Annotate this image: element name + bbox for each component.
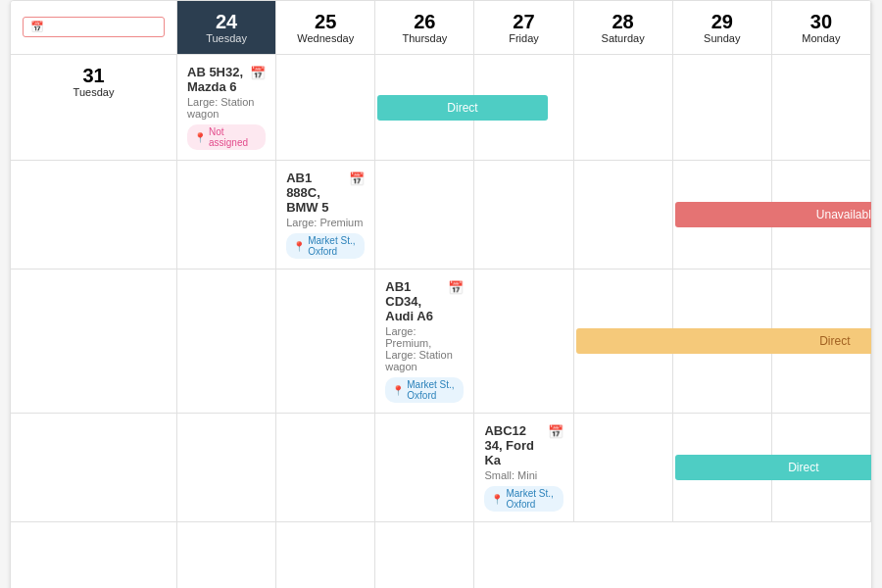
vehicle-2-day-6	[276, 414, 375, 522]
location-badge[interactable]: 📍 Not assigned	[187, 124, 266, 150]
day-number: 28	[578, 11, 668, 32]
vehicle-2-day-0	[474, 270, 573, 414]
vehicle-1-day-6	[177, 270, 276, 414]
vehicle-info-2: AB1 CD34, Audi A6 📅 Large: Premium, Larg…	[375, 270, 474, 414]
calendar-icon[interactable]: 📅	[349, 172, 365, 186]
day-name: Wednesday	[280, 32, 370, 44]
vehicle-type: Large: Station wagon	[187, 96, 266, 120]
location-text: Not assigned	[209, 126, 259, 148]
vehicle-0-day-6	[11, 161, 177, 270]
vehicle-name: AB 5H32, Mazda 6	[187, 65, 246, 94]
vehicle-2-day-7	[375, 414, 474, 522]
header-day-24[interactable]: 24Tuesday	[177, 1, 276, 55]
vehicle-1-day-2	[574, 161, 673, 270]
header-day-25[interactable]: 25Wednesday	[276, 1, 375, 55]
location-badge[interactable]: 📍 Market St., Oxford	[286, 233, 365, 259]
day-number: 27	[478, 11, 568, 32]
vehicle-0-day-4	[673, 55, 772, 161]
event-bar-2[interactable]: Direct	[576, 328, 872, 354]
vehicle-3-day-4	[177, 522, 276, 588]
vehicle-type: Large: Premium, Large: Station wagon	[385, 325, 464, 372]
day-name: Sunday	[677, 32, 767, 44]
vehicle-0-day-3	[574, 55, 673, 161]
day-number: 30	[776, 11, 866, 32]
day-name: Monday	[776, 32, 866, 44]
vehicle-1-day-5	[11, 270, 177, 414]
vehicle-0-day-7	[177, 161, 276, 270]
vehicle-type: Large: Premium	[286, 217, 365, 228]
calendar-icon[interactable]: 📅	[250, 66, 266, 80]
vehicle-0-day-1: Direct	[375, 55, 474, 161]
vehicle-name-row: AB1 888C, BMW 5 📅	[286, 171, 365, 215]
event-bar-0[interactable]: Direct	[377, 95, 548, 121]
vehicle-3-day-7	[474, 522, 573, 588]
vehicle-name-row: AB1 CD34, Audi A6 📅	[385, 279, 464, 323]
vehicle-2-day-1: Direct	[574, 270, 673, 414]
vehicle-info-0: AB 5H32, Mazda 6 📅 Large: Station wagon …	[177, 55, 276, 161]
vehicle-name-row: ABC12 34, Ford Ka 📅	[484, 423, 563, 467]
vehicle-name-row: AB 5H32, Mazda 6 📅	[187, 65, 266, 94]
header-vehicles: 📅	[11, 1, 177, 55]
calendar-grid: 📅 24Tuesday25Wednesday26Thursday27Friday…	[11, 1, 871, 588]
make-unavailable-button[interactable]: 📅	[23, 17, 165, 37]
vehicle-1-day-0	[375, 161, 474, 270]
calendar-small-icon: 📅	[30, 21, 44, 33]
location-text: Market St., Oxford	[407, 379, 457, 401]
header-day-29[interactable]: 29Sunday	[673, 1, 772, 55]
calendar-icon[interactable]: 📅	[448, 280, 464, 295]
day-number: 29	[677, 11, 767, 32]
vehicle-name: ABC12 34, Ford Ka	[484, 423, 543, 467]
vehicle-name: AB1 888C, BMW 5	[286, 171, 345, 215]
event-bar-1[interactable]: Unavailable	[675, 202, 872, 227]
location-text: Market St., Oxford	[506, 488, 556, 510]
pin-icon: 📍	[293, 241, 305, 252]
vehicle-0-day-5	[772, 55, 871, 161]
day-name: Thursday	[379, 32, 469, 44]
calendar-container: 📅 24Tuesday25Wednesday26Thursday27Friday…	[10, 0, 872, 588]
vehicle-1-day-3: Unavailable	[673, 161, 772, 270]
event-bar-3[interactable]: Direct	[675, 455, 872, 480]
pin-icon: 📍	[392, 385, 404, 396]
location-badge[interactable]: 📍 Market St., Oxford	[484, 486, 563, 512]
vehicle-3-day-5	[276, 522, 375, 588]
vehicle-name: AB1 CD34, Audi A6	[385, 279, 444, 323]
day-name: Tuesday	[181, 32, 271, 44]
pin-icon: 📍	[491, 494, 503, 505]
day-name: Tuesday	[15, 86, 172, 98]
header-day-26[interactable]: 26Thursday	[375, 1, 474, 55]
vehicle-info-3: ABC12 34, Ford Ka 📅 Small: Mini 📍 Market…	[474, 414, 573, 522]
vehicle-3-day-6	[375, 522, 474, 588]
vehicle-2-day-4	[11, 414, 177, 522]
vehicle-1-day-7	[276, 270, 375, 414]
vehicle-1-day-1	[474, 161, 573, 270]
header-day-28[interactable]: 28Saturday	[574, 1, 673, 55]
header-day-31[interactable]: 31Tuesday	[11, 55, 177, 161]
pin-icon: 📍	[194, 132, 206, 143]
vehicle-2-day-5	[177, 414, 276, 522]
header-day-27[interactable]: 27Friday	[474, 1, 573, 55]
location-badge[interactable]: 📍 Market St., Oxford	[385, 377, 464, 403]
day-number: 25	[280, 11, 370, 32]
vehicle-3-day-3	[11, 522, 177, 588]
day-name: Friday	[478, 32, 568, 44]
vehicle-0-day-0	[276, 55, 375, 161]
vehicle-3-day-1: Direct	[673, 414, 772, 522]
location-text: Market St., Oxford	[308, 235, 358, 257]
day-name: Saturday	[578, 32, 668, 44]
vehicle-type: Small: Mini	[484, 469, 563, 481]
calendar-icon[interactable]: 📅	[548, 424, 564, 439]
vehicle-3-day-0	[574, 414, 673, 522]
header-day-30[interactable]: 30Monday	[772, 1, 871, 55]
vehicle-info-1: AB1 888C, BMW 5 📅 Large: Premium 📍 Marke…	[276, 161, 375, 270]
day-number: 31	[15, 65, 172, 86]
day-number: 26	[379, 11, 469, 32]
day-number: 24	[181, 11, 271, 32]
